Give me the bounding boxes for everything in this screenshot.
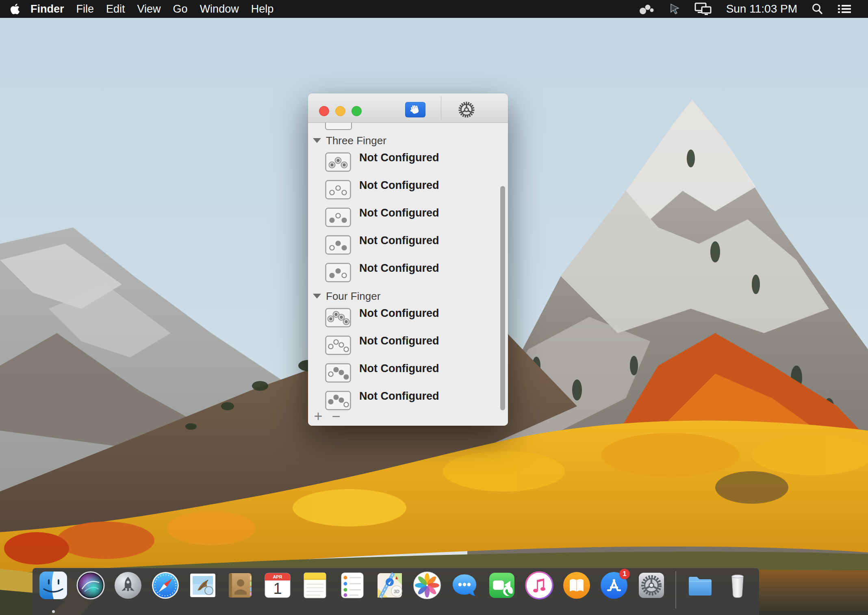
dock-icon-safari[interactable] [151, 571, 180, 600]
gesture-status-label: Not Configured [359, 335, 439, 347]
dock-icon-siri[interactable] [76, 571, 105, 600]
gesture-icon [325, 208, 351, 227]
section-label: Three Finger [326, 134, 386, 147]
menu-item-edit[interactable]: Edit [100, 3, 131, 15]
gesture-status-label: Not Configured [359, 152, 439, 164]
dock-icon-system-preferences[interactable] [637, 571, 666, 600]
dock-icon-finder[interactable] [39, 571, 67, 600]
settings-gear-icon [458, 101, 475, 119]
add-gesture-button[interactable]: + [312, 409, 324, 423]
dock-icon-maps[interactable]: 3D [375, 571, 404, 600]
menu-item-go[interactable]: Go [167, 3, 194, 15]
scrollbar-thumb[interactable] [500, 186, 505, 410]
apple-menu[interactable] [10, 3, 20, 15]
dock-icon-downloads-folder[interactable] [686, 571, 714, 600]
gesture-row[interactable]: Not Configured [325, 263, 508, 282]
notification-center-icon[interactable] [837, 3, 852, 15]
running-indicator [52, 610, 55, 613]
spotlight-search-icon[interactable] [811, 3, 823, 15]
gesture-preferences-window: Three Finger Not Configured Not Configur… [308, 93, 508, 426]
dock-icon-books[interactable] [562, 571, 591, 600]
dock: APR 1 3D 1 [33, 568, 759, 615]
gesture-dots-icon[interactable] [638, 2, 655, 15]
menu-item-file[interactable]: File [70, 3, 100, 15]
app-store-badge: 1 [619, 569, 630, 579]
gesture-status-label: Not Configured [359, 207, 439, 219]
gesture-list: Three Finger Not Configured Not Configur… [308, 123, 508, 426]
zoom-button[interactable] [352, 106, 362, 116]
gesture-row[interactable]: Not Configured [325, 152, 508, 172]
dock-icon-messages[interactable] [450, 571, 479, 600]
gesture-icon [325, 263, 351, 282]
gesture-icon [325, 235, 351, 255]
gesture-icon-cutoff [325, 123, 352, 130]
gesture-row[interactable]: Not Configured [325, 336, 508, 355]
close-button[interactable] [319, 106, 329, 116]
window-title-bar[interactable] [308, 93, 508, 123]
menu-bar-clock[interactable]: Sun 11:03 PM [726, 2, 797, 15]
gesture-status-label: Not Configured [359, 390, 439, 402]
gesture-status-label: Not Configured [359, 262, 439, 274]
calendar-month: APR [273, 574, 282, 579]
calendar-day: 1 [273, 580, 282, 597]
dock-icon-reminders[interactable] [338, 571, 367, 600]
apple-logo-icon [10, 3, 20, 15]
trackpad-hand-toolbar-button[interactable] [405, 102, 425, 117]
dock-icon-itunes[interactable] [525, 571, 553, 600]
trackpad-hand-icon [408, 103, 422, 116]
gesture-row[interactable]: Not Configured [325, 180, 508, 199]
dock-icon-app-store[interactable]: 1 [600, 571, 628, 600]
gesture-row[interactable]: Not Configured [325, 308, 508, 327]
gesture-status-label: Not Configured [359, 307, 439, 319]
section-header: Four Finger [313, 290, 508, 302]
gesture-icon [325, 180, 351, 199]
menu-item-finder[interactable]: Finder [24, 3, 70, 15]
dock-divider [675, 571, 676, 609]
gesture-icon [325, 152, 351, 172]
pointer-icon[interactable] [668, 3, 681, 15]
menu-bar: FinderFileEditViewGoWindowHelp Sun 11:03 [0, 0, 868, 18]
gesture-icon [325, 363, 351, 383]
menu-item-help[interactable]: Help [245, 3, 280, 15]
section-header: Three Finger [313, 135, 508, 146]
gesture-icon [325, 308, 351, 327]
app-menus: FinderFileEditViewGoWindowHelp [24, 3, 280, 15]
gesture-row[interactable]: Not Configured [325, 391, 508, 410]
disclosure-triangle-icon[interactable] [313, 294, 321, 299]
section-label: Four Finger [326, 290, 380, 303]
remove-gesture-button[interactable]: − [330, 409, 342, 423]
dock-icon-photos[interactable] [413, 571, 441, 600]
display-mirroring-icon[interactable] [694, 2, 712, 16]
minimize-button[interactable] [335, 106, 345, 116]
maps-3d-label: 3D [394, 589, 399, 594]
dock-icon-trash[interactable] [723, 571, 752, 600]
gesture-status-label: Not Configured [359, 179, 439, 191]
gesture-icon [325, 391, 351, 410]
gesture-row[interactable]: Not Configured [325, 363, 508, 383]
gesture-status-label: Not Configured [359, 234, 439, 247]
gesture-status-label: Not Configured [359, 362, 439, 375]
toolbar-divider [441, 96, 441, 120]
menu-item-window[interactable]: Window [194, 3, 245, 15]
dock-icon-facetime[interactable] [488, 571, 516, 600]
gesture-icon [325, 336, 351, 355]
dock-icon-calendar[interactable]: APR 1 [263, 571, 292, 600]
settings-toolbar-button[interactable] [458, 101, 475, 119]
gesture-row[interactable]: Not Configured [325, 208, 508, 227]
dock-icon-launchpad[interactable] [114, 571, 142, 600]
disclosure-triangle-icon[interactable] [313, 138, 321, 143]
dock-icon-mail[interactable] [189, 571, 217, 600]
menu-item-view[interactable]: View [131, 3, 167, 15]
dock-icon-notes[interactable] [301, 571, 329, 600]
gesture-row[interactable]: Not Configured [325, 235, 508, 255]
dock-icon-contacts[interactable] [226, 571, 254, 600]
